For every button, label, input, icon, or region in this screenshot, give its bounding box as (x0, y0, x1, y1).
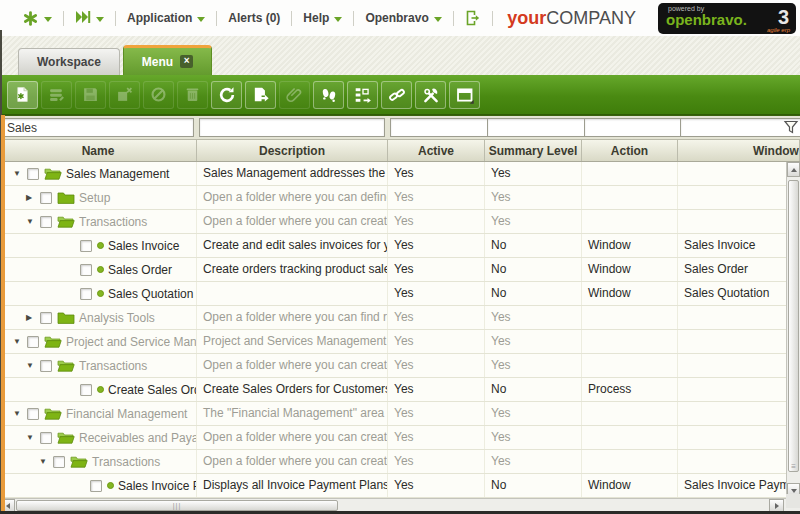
table-row[interactable]: ▼Financial ManagementThe "Financial Mana… (0, 402, 800, 426)
cell-window (678, 378, 800, 401)
workspace-menu[interactable] (14, 6, 61, 30)
column-header-summary-level[interactable]: Summary Level (485, 140, 582, 161)
row-checkbox[interactable] (27, 408, 39, 420)
quick-launch-menu[interactable] (66, 6, 113, 30)
help-menu-label: Help (303, 11, 329, 25)
cell-description: Create and edit sales invoices for your … (197, 234, 388, 257)
column-header-description[interactable]: Description (197, 140, 388, 161)
row-checkbox[interactable] (80, 240, 92, 252)
row-checkbox[interactable] (40, 360, 52, 372)
filter-box-description (199, 118, 385, 137)
menu-item-name: Project and Service Management (66, 335, 197, 349)
new-record-button[interactable] (7, 81, 38, 109)
save-button (75, 81, 106, 109)
toolbar-new-record-icon (14, 86, 31, 103)
application-menu[interactable]: Application (118, 6, 214, 30)
filter-funnel-button[interactable] (783, 118, 799, 137)
export-grid-button[interactable] (245, 81, 276, 109)
row-checkbox[interactable] (90, 480, 102, 492)
column-header-action[interactable]: Action (582, 140, 678, 161)
expand-arrow-icon[interactable]: ▶ (26, 193, 40, 202)
filter-box-window (680, 118, 800, 137)
cell-summary-level: No (485, 378, 582, 401)
menu-item-name: Sales Order (108, 263, 172, 277)
collapse-arrow-icon[interactable]: ▼ (26, 361, 40, 370)
table-row[interactable]: ▼Receivables and PayablesOpen a folder w… (0, 426, 800, 450)
row-checkbox[interactable] (80, 264, 92, 276)
tab-workspace-label: Workspace (37, 55, 101, 69)
cell-active: Yes (388, 186, 485, 209)
table-row[interactable]: ▶Analysis ToolsOpen a folder where you c… (0, 306, 800, 330)
application-window: Application Alerts (0) Help Openbravo yo… (0, 0, 800, 514)
row-checkbox[interactable] (40, 216, 52, 228)
column-header-active[interactable]: Active (388, 140, 485, 161)
separator (291, 11, 292, 26)
collapse-arrow-icon[interactable]: ▼ (26, 433, 40, 442)
row-checkbox[interactable] (80, 384, 92, 396)
application-menu-label: Application (127, 11, 192, 25)
tab-workspace[interactable]: Workspace (18, 48, 120, 75)
collapse-arrow-icon[interactable]: ▼ (39, 457, 53, 466)
table-row[interactable]: ▼Sales ManagementSales Management addres… (0, 162, 800, 186)
table-row[interactable]: ▼Project and Service ManagementProject a… (0, 330, 800, 354)
cell-window (678, 354, 800, 377)
cell-summary-level: Yes (485, 186, 582, 209)
filter-input-name[interactable] (3, 119, 193, 136)
collapse-arrow-icon[interactable]: ▼ (13, 337, 27, 346)
row-checkbox[interactable] (27, 168, 39, 180)
expand-arrow-icon[interactable]: ▶ (26, 313, 40, 322)
audit-trail-button[interactable] (313, 81, 344, 109)
horizontal-scrollbar-thumb[interactable]: ||| (16, 500, 338, 511)
cell-active: Yes (388, 282, 485, 305)
cell-summary-level: Yes (485, 162, 582, 185)
cell-window: Sales Invoice (678, 234, 800, 257)
cell-description: Create Sales Orders for Customers (197, 378, 388, 401)
separator (216, 11, 217, 26)
row-checkbox[interactable] (53, 456, 65, 468)
row-checkbox[interactable] (40, 432, 52, 444)
row-checkbox[interactable] (80, 288, 92, 300)
table-row[interactable]: ▶SetupOpen a folder where you can define… (0, 186, 800, 210)
table-row[interactable]: Sales OrderCreate orders tracking produc… (0, 258, 800, 282)
tab-menu[interactable]: Menu × (123, 45, 212, 75)
table-row[interactable]: ▼TransactionsOpen a folder where you can… (0, 354, 800, 378)
cell-action (582, 186, 678, 209)
close-tab-icon[interactable]: × (180, 55, 193, 68)
scroll-up-button[interactable] (787, 162, 800, 177)
toggle-view-button[interactable] (449, 81, 480, 109)
logout-button[interactable] (456, 6, 490, 30)
collapse-arrow-icon[interactable]: ▼ (26, 217, 40, 226)
vertical-scrollbar-thumb[interactable]: ≡ (788, 180, 799, 472)
copy-link-button[interactable] (381, 81, 412, 109)
separator (115, 11, 116, 26)
filter-input-description[interactable] (200, 119, 384, 136)
cell-description: Project and Services Management area (197, 330, 388, 353)
row-checkbox[interactable] (40, 312, 52, 324)
horizontal-scrollbar[interactable]: ||| (0, 498, 800, 512)
help-menu[interactable]: Help (294, 6, 351, 30)
separator (353, 11, 354, 26)
table-row[interactable]: ▼TransactionsOpen a folder where you can… (0, 450, 800, 474)
table-row[interactable]: Sales Invoice PaymentDisplays all Invoic… (0, 474, 800, 498)
toolbar-form-view-icon (456, 86, 474, 104)
column-header-name[interactable]: Name (0, 140, 197, 161)
collapse-arrow-icon[interactable]: ▼ (13, 169, 27, 178)
table-row[interactable]: Sales QuotationYesNoWindowSales Quotatio… (0, 282, 800, 306)
tree-view-button[interactable] (347, 81, 378, 109)
cell-window: Sales Order (678, 258, 800, 281)
row-checkbox[interactable] (27, 336, 39, 348)
cell-active: Yes (388, 162, 485, 185)
cell-description: Displays all Invoice Payment Plans (197, 474, 388, 497)
table-row[interactable]: Create Sales OrderCreate Sales Orders fo… (0, 378, 800, 402)
column-header-window[interactable]: Window (678, 140, 800, 161)
row-checkbox[interactable] (40, 192, 52, 204)
vertical-scrollbar[interactable]: ≡ (786, 162, 800, 498)
cell-summary-level: No (485, 258, 582, 281)
table-row[interactable]: Sales InvoiceCreate and edit sales invoi… (0, 234, 800, 258)
openbravo-menu[interactable]: Openbravo (356, 6, 450, 30)
personalization-button[interactable] (415, 81, 446, 109)
alerts-menu[interactable]: Alerts (0) (219, 6, 289, 30)
table-row[interactable]: ▼TransactionsOpen a folder where you can… (0, 210, 800, 234)
collapse-arrow-icon[interactable]: ▼ (13, 409, 27, 418)
refresh-button[interactable] (211, 81, 242, 109)
